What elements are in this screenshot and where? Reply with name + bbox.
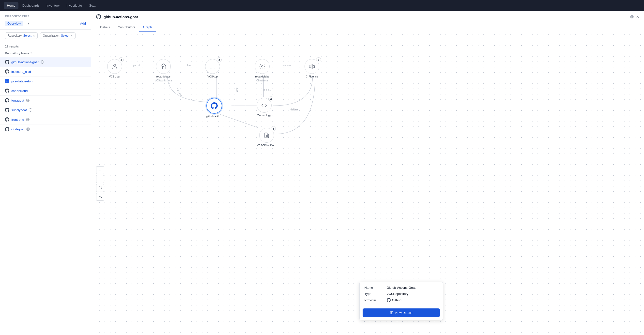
zoom-out-button[interactable]: − bbox=[96, 175, 104, 183]
overview-tab[interactable]: Overview bbox=[5, 21, 23, 26]
graph-canvas[interactable]: part of has contains uses contains is a … bbox=[91, 32, 644, 335]
vcsworkspace-circle bbox=[156, 59, 171, 74]
tab-more-button[interactable]: ⋮ bbox=[25, 21, 32, 26]
nav-dashboards[interactable]: Dashboards bbox=[20, 2, 42, 9]
technology-badge: 11 bbox=[268, 96, 273, 101]
repo-name-col-label: Repository Name bbox=[5, 52, 29, 55]
list-item[interactable]: supplygoat bbox=[0, 105, 91, 115]
cipipeline-node[interactable]: 5 CIPipeline bbox=[304, 59, 319, 78]
vcsworkspace-label: recardolabs bbox=[156, 75, 170, 78]
graph-tab[interactable]: Graph bbox=[139, 23, 156, 32]
pcs-icon: P bbox=[5, 79, 9, 84]
vcsuser-label: VCSUser bbox=[109, 75, 120, 78]
repo-list: github-actions-goat insecure_cicd P pcs-… bbox=[0, 57, 91, 335]
ciinstance-sublabel: CIInstance bbox=[256, 79, 268, 82]
vcscimani-circle: 5 bbox=[259, 128, 274, 143]
svg-point-26 bbox=[114, 64, 116, 66]
cipipeline-circle: 5 bbox=[304, 59, 319, 74]
edge-label-uses: uses bbox=[236, 87, 238, 92]
info-card: Name Github-Actions-Goat Type VCSReposit… bbox=[360, 282, 443, 320]
svg-rect-30 bbox=[213, 67, 215, 69]
github-icon bbox=[5, 69, 9, 74]
edge-label-contains2: contains bbox=[176, 88, 183, 97]
name-label: Name bbox=[364, 286, 387, 290]
organization-filter-chip[interactable]: Organization Select × bbox=[40, 32, 76, 39]
contributors-tab[interactable]: Contributors bbox=[114, 23, 139, 32]
sort-icon[interactable]: ⇅ bbox=[30, 52, 32, 55]
ciinstance-node[interactable]: recardolabs CIInstance bbox=[255, 59, 270, 82]
edge-label-contains: contains bbox=[282, 64, 291, 67]
repo-filter-value: Select bbox=[23, 34, 31, 38]
technology-label: Technology bbox=[257, 114, 271, 117]
repos-section-label: REPOSITORIES bbox=[5, 15, 86, 18]
list-item[interactable]: cicd-goat bbox=[0, 124, 91, 134]
svg-rect-32 bbox=[309, 65, 311, 68]
modal-header: github-actions-goat × bbox=[91, 11, 644, 23]
nav-go[interactable]: Go... bbox=[86, 2, 99, 9]
name-value: Github-Actions-Goat bbox=[387, 286, 416, 290]
repo-name: insecure_cicd bbox=[11, 70, 31, 74]
svg-rect-34 bbox=[313, 66, 314, 68]
list-item[interactable]: code2cloud bbox=[0, 86, 91, 96]
vcsuser-circle: 2 bbox=[107, 59, 122, 74]
github-icon bbox=[5, 127, 9, 131]
repo-name: cicd-goat bbox=[11, 128, 24, 131]
nav-investigate[interactable]: Investigate bbox=[64, 2, 85, 9]
edge-label-is-a-b: is a b... bbox=[264, 88, 271, 91]
github-icon bbox=[5, 117, 9, 122]
info-type-row: Type VCSRepository bbox=[364, 292, 438, 296]
details-tab[interactable]: Details bbox=[96, 23, 114, 32]
zoom-in-button[interactable]: + bbox=[96, 166, 104, 174]
github-actions-goat-label: github-actio... bbox=[206, 114, 222, 118]
vcsuser-node[interactable]: 2 VCSUser bbox=[107, 59, 122, 78]
cipipeline-badge: 5 bbox=[316, 57, 321, 62]
type-label: Type bbox=[364, 292, 387, 296]
type-value: VCSRepository bbox=[387, 292, 408, 296]
svg-point-31 bbox=[262, 66, 263, 68]
repo-filter-clear[interactable]: × bbox=[33, 34, 35, 38]
info-name-row: Name Github-Actions-Goat bbox=[364, 286, 438, 290]
panel-header: REPOSITORIES Overview ⋮ Add bbox=[0, 11, 91, 30]
github-actions-goat-node[interactable]: github-actio... bbox=[206, 98, 222, 118]
list-item[interactable]: github-actions-goat bbox=[0, 57, 91, 67]
fit-view-button[interactable] bbox=[96, 184, 104, 192]
globe-icon bbox=[29, 108, 32, 112]
download-button[interactable] bbox=[96, 193, 104, 201]
svg-rect-27 bbox=[210, 64, 212, 66]
list-item[interactable]: insecure_cicd bbox=[0, 67, 91, 76]
top-nav: Home Dashboards Inventory Investigate Go… bbox=[0, 0, 644, 11]
list-item[interactable]: P pcs-data-setup bbox=[0, 76, 91, 86]
info-card-body: Name Github-Actions-Goat Type VCSReposit… bbox=[360, 282, 443, 308]
list-item[interactable]: front-end bbox=[0, 115, 91, 124]
vcsworkspace-node[interactable]: recardolabs VCSWorkspace bbox=[155, 59, 172, 82]
nav-home[interactable]: Home bbox=[4, 2, 18, 9]
list-item[interactable]: terragoat bbox=[0, 96, 91, 105]
technology-node[interactable]: 11 Technology bbox=[257, 98, 272, 117]
vcsapp-node[interactable]: 2 VCSApp bbox=[205, 59, 220, 78]
modal-close-button[interactable]: × bbox=[636, 14, 639, 19]
repo-name: github-actions-goat bbox=[11, 60, 38, 64]
nav-inventory[interactable]: Inventory bbox=[44, 2, 62, 9]
vcscimani-node[interactable]: 5 VCSCiManifes... bbox=[257, 128, 277, 147]
cipipeline-label: CIPipeline bbox=[306, 75, 318, 78]
globe-icon bbox=[26, 128, 30, 131]
repo-name: front-end bbox=[11, 118, 24, 122]
modal-panel: github-actions-goat × Details Contributo… bbox=[91, 11, 644, 335]
view-tabs: Overview ⋮ Add bbox=[5, 21, 86, 26]
globe-icon bbox=[26, 99, 30, 102]
view-details-label: View Details bbox=[395, 311, 412, 314]
add-button[interactable]: Add bbox=[80, 22, 86, 25]
view-details-button[interactable]: View Details bbox=[362, 308, 440, 317]
org-filter-clear[interactable]: × bbox=[70, 34, 72, 38]
main-layout: REPOSITORIES Overview ⋮ Add Repository S… bbox=[0, 11, 644, 335]
vcsapp-badge: 2 bbox=[217, 57, 222, 62]
edge-label-defines: defines bbox=[290, 108, 298, 111]
provider-value-container: Github bbox=[387, 298, 402, 302]
modal-tabs: Details Contributors Graph bbox=[91, 23, 644, 32]
modal-github-icon bbox=[96, 14, 101, 19]
provider-label: Provider bbox=[364, 298, 387, 302]
github-icon bbox=[5, 60, 9, 64]
repository-filter-chip[interactable]: Repository Select × bbox=[5, 32, 38, 39]
globe-icon bbox=[26, 118, 30, 121]
repo-name: terragoat bbox=[11, 99, 24, 102]
